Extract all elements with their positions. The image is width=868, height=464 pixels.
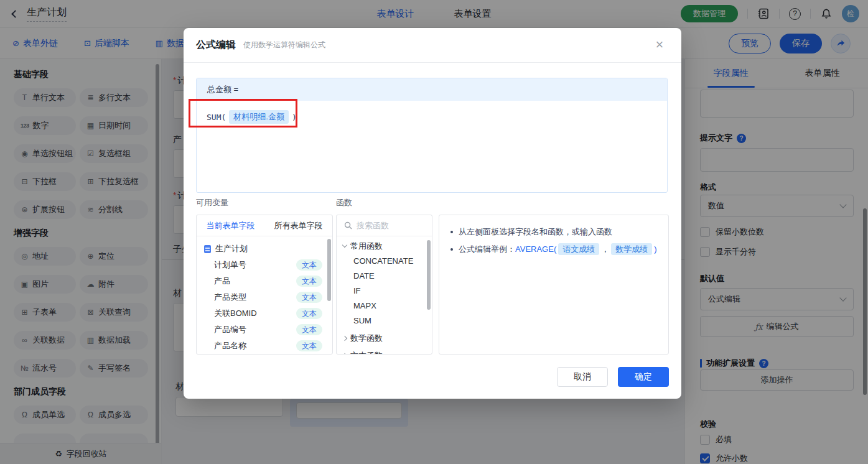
function-item[interactable]: DATE: [337, 269, 432, 284]
chevron-right-icon: [342, 353, 347, 355]
variables-panel: 当前表单字段 所有表单字段 生产计划 计划单号 文本 产品 文本 产品类型 文本…: [196, 215, 333, 355]
close-icon[interactable]: [651, 37, 668, 53]
form-doc-icon: [204, 245, 211, 253]
formula-target: 总金额 =: [197, 78, 667, 101]
field-type-tag: 文本: [296, 324, 322, 335]
cancel-button[interactable]: 取消: [557, 367, 608, 387]
variables-scrollbar[interactable]: [327, 239, 331, 301]
functions-scrollbar[interactable]: [427, 240, 431, 310]
search-icon: [344, 221, 352, 230]
variables-list: 生产计划 计划单号 文本 产品 文本 产品类型 文本 关联BOMID 文本 产品…: [197, 236, 332, 354]
variable-row[interactable]: 产品类型 文本: [197, 289, 332, 305]
field-type-tag: 文本: [296, 259, 322, 271]
variable-row[interactable]: 产品 文本: [197, 273, 332, 289]
variable-row[interactable]: 产品编号 文本: [197, 322, 332, 338]
confirm-button[interactable]: 确定: [618, 367, 669, 387]
function-items: CONCATENATEDATEIFMAPXSUM: [337, 254, 432, 328]
tab-current-form-fields[interactable]: 当前表单字段: [197, 215, 264, 236]
tip-line: 从左侧面板选择字段名和函数，或输入函数: [450, 223, 657, 241]
modal-title: 公式编辑: [196, 39, 236, 52]
function-item[interactable]: MAPX: [337, 299, 432, 313]
formula-close-paren: ): [292, 113, 297, 122]
tab-all-form-fields[interactable]: 所有表单字段: [264, 215, 332, 236]
variables-label: 可用变量: [196, 197, 228, 208]
field-type-tag: 文本: [296, 340, 322, 351]
variables-root-node[interactable]: 生产计划: [197, 241, 332, 257]
formula-function: SUM(: [207, 113, 226, 122]
bullet-icon: [450, 248, 453, 251]
tip-line: 公式编辑举例：AVERAGE(语文成绩，数学成绩): [450, 241, 657, 258]
variable-row[interactable]: 产品名称 文本: [197, 338, 332, 354]
field-type-tag: 文本: [296, 276, 322, 287]
formula-input[interactable]: SUM( 材料明细.金额 ): [197, 101, 667, 133]
function-search-input[interactable]: 搜索函数: [337, 215, 432, 236]
field-type-tag: 文本: [296, 292, 322, 303]
app-screen: 生产计划 表单设计 表单设置 数据管理 检 ⊘ 表单外链 ⊡ 后端脚本 ▥: [0, 0, 868, 464]
variables-tabs: 当前表单字段 所有表单字段: [197, 215, 332, 236]
variable-row[interactable]: 关联BOMID 文本: [197, 305, 332, 322]
function-item[interactable]: CONCATENATE: [337, 254, 432, 269]
tips-panel: 从左侧面板选择字段名和函数，或输入函数 公式编辑举例：AVERAGE(语文成绩，…: [439, 215, 669, 355]
function-item[interactable]: IF: [337, 284, 432, 299]
example-field-tag: 数学成绩: [611, 243, 652, 255]
functions-label: 函数: [336, 197, 352, 208]
modal-subtitle: 使用数学运算符编辑公式: [243, 40, 325, 50]
chevron-down-icon: [342, 243, 347, 248]
formula-field-tag[interactable]: 材料明细.金额: [229, 110, 289, 124]
functions-panel: 搜索函数 常用函数 CONCATENATEDATEIFMAPXSUM 数学函数 …: [336, 215, 432, 355]
modal-header: 公式编辑 使用数学运算符编辑公式: [184, 28, 681, 63]
variable-row[interactable]: 计划单号 文本: [197, 257, 332, 273]
example-field-tag: 语文成绩: [558, 243, 599, 255]
field-type-tag: 文本: [296, 308, 322, 319]
formula-editor-modal: 公式编辑 使用数学运算符编辑公式 总金额 = SUM( 材料明细.金额 ) 可用…: [184, 28, 681, 399]
function-group-common[interactable]: 常用函数: [337, 238, 432, 254]
function-group-text[interactable]: 文本函数: [337, 348, 432, 355]
function-item[interactable]: SUM: [337, 313, 432, 328]
function-group-math[interactable]: 数学函数: [337, 330, 432, 346]
chevron-right-icon: [342, 335, 347, 340]
formula-editor: 总金额 = SUM( 材料明细.金额 ): [196, 78, 668, 193]
bullet-icon: [450, 231, 453, 233]
